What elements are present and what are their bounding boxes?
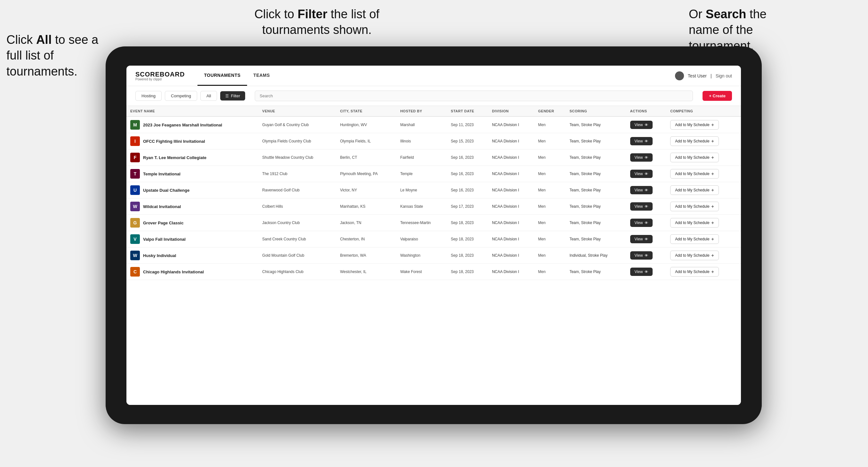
- eye-icon: 👁: [645, 237, 648, 241]
- view-button[interactable]: View 👁: [630, 153, 653, 162]
- cell-scoring: Team, Stroke Play: [565, 198, 626, 215]
- cell-division: NCAA Division I: [488, 166, 534, 182]
- view-button[interactable]: View 👁: [630, 169, 653, 178]
- add-schedule-button[interactable]: Add to My Schedule +: [670, 218, 719, 227]
- cell-actions: View 👁: [626, 117, 667, 133]
- cell-division: NCAA Division I: [488, 117, 534, 133]
- logo-area: SCOREBOARD Powered by clippd: [135, 71, 185, 81]
- view-button[interactable]: View 👁: [630, 202, 653, 211]
- team-logo: I: [130, 136, 140, 146]
- table-row: M 2023 Joe Feaganes Marshall Invitationa…: [126, 117, 741, 133]
- cell-event-name: U Upstate Dual Challenge: [126, 182, 258, 198]
- cell-start-date: Sep 16, 2023: [447, 166, 488, 182]
- add-schedule-button[interactable]: Add to My Schedule +: [670, 136, 719, 146]
- cell-city-state: Victor, NY: [336, 182, 396, 198]
- cell-scoring: Team, Stroke Play: [565, 117, 626, 133]
- filter-button[interactable]: ☰ Filter: [220, 91, 245, 100]
- view-button[interactable]: View 👁: [630, 121, 653, 129]
- cell-gender: Men: [534, 133, 565, 150]
- cell-venue: Colbert Hills: [258, 198, 336, 215]
- view-button[interactable]: View 👁: [630, 219, 653, 227]
- cell-start-date: Sep 18, 2023: [447, 231, 488, 247]
- cell-gender: Men: [534, 166, 565, 182]
- cell-actions: View 👁: [626, 247, 667, 264]
- cell-scoring: Team, Stroke Play: [565, 182, 626, 198]
- cell-scoring: Team, Stroke Play: [565, 150, 626, 166]
- hosting-tab[interactable]: Hosting: [135, 91, 162, 101]
- cell-competing: Add to My Schedule +: [666, 215, 741, 231]
- cell-competing: Add to My Schedule +: [666, 182, 741, 198]
- sign-out-link[interactable]: Sign out: [716, 73, 732, 79]
- cell-start-date: Sep 16, 2023: [447, 150, 488, 166]
- eye-icon: 👁: [645, 270, 648, 274]
- eye-icon: 👁: [645, 139, 648, 143]
- cell-hosted-by: Marshall: [396, 117, 447, 133]
- cell-venue: Jackson Country Club: [258, 215, 336, 231]
- view-button[interactable]: View 👁: [630, 186, 653, 194]
- team-logo: W: [130, 201, 140, 211]
- cell-city-state: Chesterton, IN: [336, 231, 396, 247]
- cell-actions: View 👁: [626, 264, 667, 280]
- team-logo: M: [130, 120, 140, 130]
- all-tab[interactable]: All: [200, 91, 217, 101]
- add-schedule-button[interactable]: Add to My Schedule +: [670, 185, 719, 195]
- col-competing: COMPETING: [666, 106, 741, 117]
- team-logo: T: [130, 169, 140, 179]
- search-box: [255, 91, 693, 101]
- cell-actions: View 👁: [626, 182, 667, 198]
- view-button[interactable]: View 👁: [630, 268, 653, 276]
- plus-icon: +: [712, 204, 714, 209]
- cell-hosted-by: Fairfield: [396, 150, 447, 166]
- cell-city-state: Westchester, IL: [336, 264, 396, 280]
- cell-event-name: W Husky Individual: [126, 247, 258, 264]
- cell-competing: Add to My Schedule +: [666, 150, 741, 166]
- create-button[interactable]: + Create: [703, 91, 732, 101]
- plus-icon: +: [712, 122, 714, 127]
- nav-tab-tournaments[interactable]: TOURNAMENTS: [197, 66, 247, 86]
- add-schedule-button[interactable]: Add to My Schedule +: [670, 267, 719, 277]
- annotation-left: Click All to see a full list of tourname…: [6, 32, 109, 80]
- eye-icon: 👁: [645, 172, 648, 176]
- add-schedule-button[interactable]: Add to My Schedule +: [670, 251, 719, 260]
- cell-start-date: Sep 11, 2023: [447, 117, 488, 133]
- cell-city-state: Berlin, CT: [336, 150, 396, 166]
- cell-city-state: Plymouth Meeting, PA: [336, 166, 396, 182]
- table-row: C Chicago Highlands Invitational Chicago…: [126, 264, 741, 280]
- add-schedule-button[interactable]: Add to My Schedule +: [670, 153, 719, 162]
- plus-icon: +: [712, 138, 714, 144]
- cell-venue: Chicago Highlands Club: [258, 264, 336, 280]
- team-logo: G: [130, 218, 140, 227]
- col-hosted-by: HOSTED BY: [396, 106, 447, 117]
- filter-label: Filter: [231, 93, 240, 98]
- cell-actions: View 👁: [626, 198, 667, 215]
- search-input[interactable]: [255, 91, 693, 101]
- cell-start-date: Sep 15, 2023: [447, 133, 488, 150]
- event-name-text: OFCC Fighting Illini Invitational: [143, 139, 205, 144]
- cell-division: NCAA Division I: [488, 247, 534, 264]
- add-schedule-button[interactable]: Add to My Schedule +: [670, 201, 719, 211]
- add-schedule-button[interactable]: Add to My Schedule +: [670, 234, 719, 244]
- team-logo: V: [130, 234, 140, 244]
- nav-tab-teams[interactable]: TEAMS: [247, 66, 277, 86]
- plus-icon: +: [712, 237, 714, 242]
- competing-tab[interactable]: Competing: [165, 91, 197, 101]
- eye-icon: 👁: [645, 156, 648, 159]
- add-schedule-button[interactable]: Add to My Schedule +: [670, 120, 719, 130]
- view-button[interactable]: View 👁: [630, 137, 653, 145]
- add-schedule-button[interactable]: Add to My Schedule +: [670, 169, 719, 179]
- cell-scoring: Team, Stroke Play: [565, 133, 626, 150]
- cell-scoring: Team, Stroke Play: [565, 264, 626, 280]
- cell-hosted-by: Washington: [396, 247, 447, 264]
- cell-hosted-by: Wake Forest: [396, 264, 447, 280]
- table-row: T Temple Invitational The 1912 Club Plym…: [126, 166, 741, 182]
- view-button[interactable]: View 👁: [630, 251, 653, 259]
- view-button[interactable]: View 👁: [630, 235, 653, 243]
- cell-venue: Guyan Golf & Country Club: [258, 117, 336, 133]
- event-name-text: Grover Page Classic: [143, 221, 183, 225]
- logo-text: SCOREBOARD: [135, 71, 185, 78]
- table-row: G Grover Page Classic Jackson Country Cl…: [126, 215, 741, 231]
- cell-event-name: M 2023 Joe Feaganes Marshall Invitationa…: [126, 117, 258, 133]
- cell-start-date: Sep 16, 2023: [447, 182, 488, 198]
- cell-hosted-by: Illinois: [396, 133, 447, 150]
- table-row: W Wildcat Invitational Colbert Hills Man…: [126, 198, 741, 215]
